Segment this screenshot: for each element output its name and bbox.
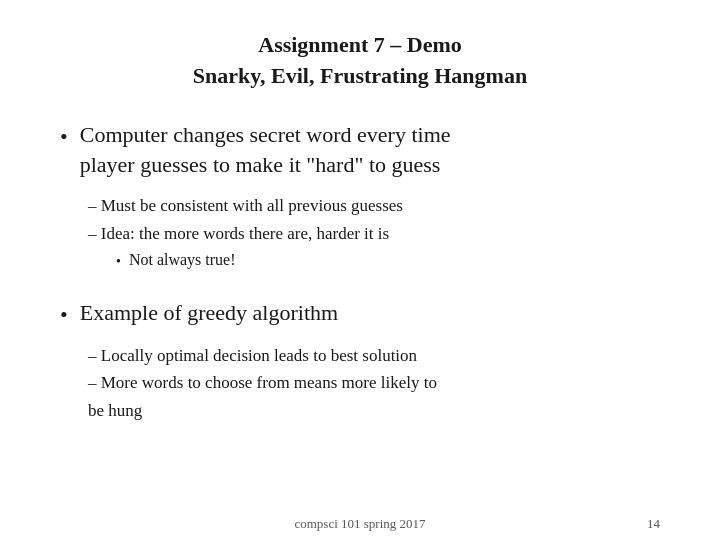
bullet-text-1-line2: player guesses to make it "hard" to gues…: [80, 150, 451, 181]
bullet-text-1: Computer changes secret word every time …: [80, 120, 451, 182]
bullet-text-2-line1: Example of greedy algorithm: [80, 298, 338, 329]
sub-sub-item-1-1: • Not always true!: [116, 248, 660, 272]
bullet-item-2: • Example of greedy algorithm: [60, 298, 660, 331]
bullet-text-2: Example of greedy algorithm: [80, 298, 338, 329]
bullet-dot-1: •: [60, 122, 68, 153]
slide-content: • Computer changes secret word every tim…: [60, 120, 660, 520]
sub-items-1: – Must be consistent with all previous g…: [88, 193, 660, 272]
title-line2: Snarky, Evil, Frustrating Hangman: [60, 61, 660, 92]
sub-sub-dot-1: •: [116, 251, 121, 272]
sub-items-2: – Locally optimal decision leads to best…: [88, 343, 660, 424]
sub-item-1-2: – Idea: the more words there are, harder…: [88, 221, 660, 247]
extra-line-text: be hung: [88, 398, 142, 424]
sub-item-1-1: – Must be consistent with all previous g…: [88, 193, 660, 219]
footer-page: 14: [647, 516, 660, 532]
title-line1: Assignment 7 – Demo: [60, 30, 660, 61]
extra-line-row: be hung: [88, 398, 660, 424]
bullet-item-1: • Computer changes secret word every tim…: [60, 120, 660, 182]
footer-course: compsci 101 spring 2017: [294, 516, 425, 532]
sub-item-2-1: – Locally optimal decision leads to best…: [88, 343, 660, 369]
slide: Assignment 7 – Demo Snarky, Evil, Frustr…: [0, 0, 720, 540]
sub-sub-text-1-1: Not always true!: [129, 248, 236, 272]
bullet-group-1: • Computer changes secret word every tim…: [60, 120, 660, 281]
bullet-group-2: • Example of greedy algorithm – Locally …: [60, 298, 660, 431]
sub-item-2-2: – More words to choose from means more l…: [88, 370, 660, 396]
bullet-dot-2: •: [60, 300, 68, 331]
bullet-text-1-line1: Computer changes secret word every time: [80, 120, 451, 151]
slide-header: Assignment 7 – Demo Snarky, Evil, Frustr…: [60, 30, 660, 92]
sub-sub-items-1: • Not always true!: [116, 248, 660, 272]
